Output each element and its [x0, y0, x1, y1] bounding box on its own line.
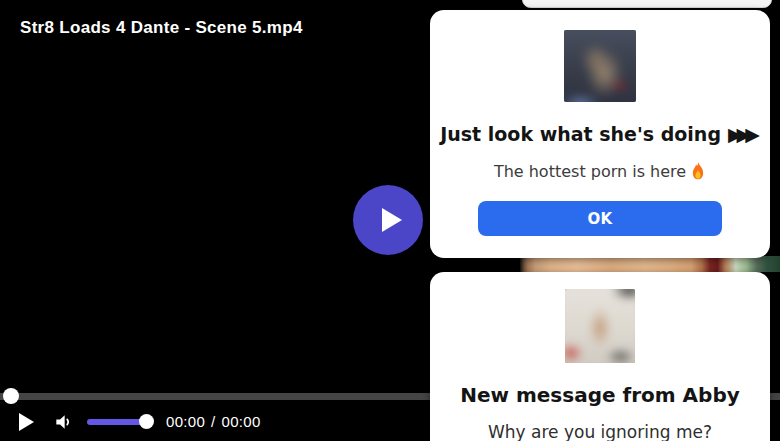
popup-subtext: The hottest porn is here [430, 162, 770, 181]
popup-heading: Just look what she's doing▶▶▶ [430, 123, 770, 146]
blurred-photo [564, 30, 636, 102]
popup-photo-thumbnail [564, 30, 636, 102]
background-popup-card [522, 0, 772, 8]
blurred-photo [565, 289, 635, 363]
popup-heading: New message from Abby [430, 383, 770, 407]
popup-ad-card: Just look what she's doing▶▶▶ The hottes… [430, 10, 770, 258]
page: Str8 Loads 4 Dante - Scene 5.mp4 00:00 /… [0, 0, 780, 441]
fire-icon [690, 162, 706, 180]
popup-photo-thumbnail [565, 289, 635, 363]
ok-button[interactable]: OK [478, 201, 722, 236]
popup-message-card[interactable]: New message from Abby Why are you ignori… [430, 272, 770, 441]
play-icon [382, 208, 402, 232]
time-display: 00:00 / 00:00 [166, 413, 261, 430]
volume-thumb[interactable] [139, 414, 154, 429]
duration: 00:00 [222, 413, 261, 430]
big-play-button[interactable] [353, 185, 423, 255]
time-separator: / [211, 413, 215, 430]
popup-heading-text: Just look what she's doing [440, 123, 721, 145]
volume-slider[interactable] [87, 419, 151, 425]
background-ad-image [520, 256, 780, 272]
popup-subtext: Why are you ignoring me? [430, 422, 770, 441]
triple-arrow-icon: ▶▶▶ [728, 123, 760, 145]
video-title: Str8 Loads 4 Dante - Scene 5.mp4 [20, 18, 303, 38]
mute-button[interactable] [53, 412, 73, 432]
current-time: 00:00 [166, 413, 205, 430]
popup-subtext-text: The hottest porn is here [494, 162, 686, 181]
play-button[interactable] [19, 413, 34, 431]
speaker-icon [53, 412, 73, 432]
